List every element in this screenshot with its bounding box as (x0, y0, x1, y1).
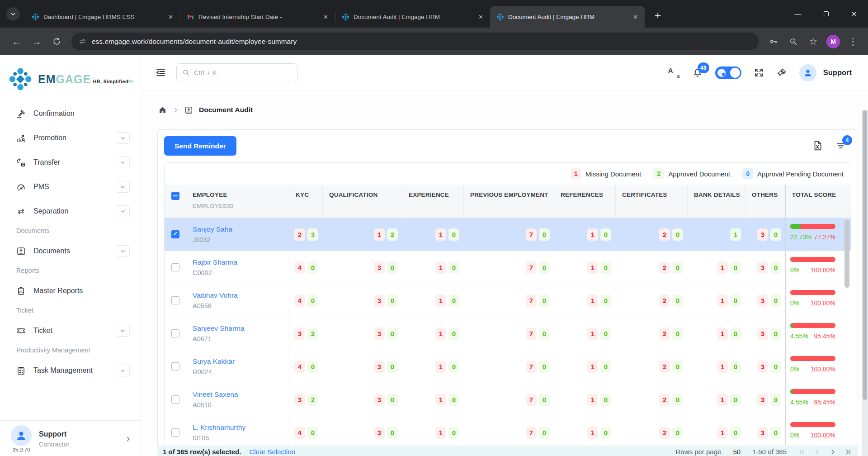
expand-chevron-button[interactable] (116, 205, 130, 217)
reload-button[interactable] (48, 33, 65, 50)
row-checkbox[interactable] (171, 362, 179, 370)
employee-name-link[interactable]: L. Krishnamurthy (193, 423, 289, 432)
restore-button[interactable] (812, 0, 840, 28)
chevron-right-icon[interactable] (125, 436, 132, 442)
sidebar-item-master-reports[interactable]: Master Reports (16, 282, 130, 299)
url-text[interactable]: ess.emgage.work/documents/document-audit… (92, 38, 297, 46)
missing-count-badge: 7 (526, 361, 537, 373)
prev-page-icon[interactable] (814, 448, 821, 456)
score-bar (790, 422, 835, 427)
browser-tab[interactable]: Document Audit | Emgage HRM✕ (335, 6, 490, 28)
fullscreen-icon[interactable] (754, 67, 764, 78)
filter-button[interactable]: 4 (835, 140, 847, 152)
expand-chevron-button[interactable] (116, 157, 130, 168)
employee-name-link[interactable]: Surya Kakkar (193, 357, 289, 366)
row-checkbox[interactable] (171, 296, 179, 304)
cell-certificates: 20 (615, 416, 687, 449)
cell-kyc: 32 (289, 383, 322, 416)
expand-chevron-button[interactable] (116, 181, 130, 193)
search-input[interactable] (194, 69, 292, 76)
row-checkbox[interactable] (171, 230, 179, 238)
table-row: Rajbir SharmaC000240301070102010300%100.… (165, 251, 851, 284)
score-missing-percent: 100.00% (811, 299, 835, 307)
window-scrollbar-thumb[interactable] (863, 110, 867, 400)
new-tab-button[interactable]: + (651, 9, 665, 22)
employee-name-link[interactable]: Vineet Saxena (193, 390, 289, 399)
rows-per-page-value[interactable]: 50 (733, 448, 741, 456)
card-toolbar: Send Reminder 4 (164, 136, 851, 162)
translate-icon[interactable]: Aa (668, 67, 680, 78)
sidebar-item-separation[interactable]: Separation (16, 203, 130, 220)
score-missing-percent: 100.00% (811, 266, 835, 274)
cell-experience: 10 (402, 350, 463, 383)
site-settings-icon[interactable] (79, 38, 86, 45)
close-button[interactable]: ✕ (840, 0, 868, 28)
expand-chevron-button[interactable] (116, 245, 130, 257)
tab-close-icon[interactable]: ✕ (476, 13, 486, 21)
global-search[interactable] (176, 63, 297, 82)
theme-toggle[interactable] (715, 66, 741, 79)
legend-count-badge: 0 (742, 168, 753, 179)
paint-brush-icon[interactable] (776, 67, 787, 78)
expand-chevron-button[interactable] (116, 365, 130, 376)
row-checkbox[interactable] (171, 263, 179, 271)
cell-kyc: 40 (289, 284, 322, 317)
approved-count-badge: 0 (730, 294, 741, 307)
notifications-button[interactable]: 48 (692, 67, 703, 78)
sidebar-section-label: Documents (16, 227, 130, 234)
minimize-button[interactable]: — (784, 0, 812, 28)
expand-chevron-button[interactable] (116, 325, 130, 337)
back-button[interactable]: ← (8, 33, 25, 50)
header-user-name[interactable]: Support (823, 68, 852, 77)
tab-close-icon[interactable]: ✕ (166, 13, 175, 21)
sidebar-item-task-management[interactable]: Task Management (16, 362, 130, 379)
tab-search-button[interactable] (6, 7, 20, 21)
password-key-icon[interactable] (765, 33, 782, 50)
table-scrollbar-thumb[interactable] (844, 220, 849, 288)
tab-close-icon[interactable]: ✕ (631, 13, 640, 21)
sidebar-item-documents[interactable]: Documents (16, 242, 130, 260)
table-row: Vineet SaxenaA051032301070102010304.55%9… (165, 383, 851, 416)
browser-tab[interactable]: Revised Internship Start Date - ✕ (180, 6, 335, 28)
employee-name-link[interactable]: Rajbir Sharma (193, 258, 289, 266)
app-header: Aa 48 Support (141, 55, 868, 90)
employee-name-link[interactable]: Sanjeev Sharma (193, 324, 289, 332)
sidebar-item-transfer[interactable]: Transfer (16, 154, 130, 171)
omnibox[interactable]: ess.emgage.work/documents/document-audit… (71, 33, 759, 50)
employee-cell: Rajbir SharmaC0002 (186, 251, 289, 284)
header-user-avatar[interactable] (799, 64, 816, 81)
sidebar-item-confirmation[interactable]: Confirmation (16, 105, 130, 122)
employee-name-link[interactable]: Vaibhav Vohra (193, 291, 289, 299)
row-checkbox[interactable] (171, 329, 179, 337)
approved-count-badge: 0 (539, 361, 550, 373)
window-scrollbar[interactable] (862, 110, 868, 456)
tab-close-icon[interactable]: ✕ (321, 13, 330, 21)
sidebar-item-promotion[interactable]: Promotion (16, 129, 130, 147)
browser-tab[interactable]: Dashboard | Emgage HRMS ESS✕ (25, 6, 180, 28)
sidebar-item-pms[interactable]: PMS (16, 178, 130, 195)
zoom-out-icon[interactable] (785, 33, 802, 50)
approved-count-badge: 0 (730, 427, 741, 439)
emgage-logo[interactable]: EMGAGE HR, Simplified!® (0, 55, 141, 94)
export-excel-icon[interactable] (811, 140, 823, 152)
employee-name-link[interactable]: Sanjoy Saha (193, 225, 289, 233)
browser-profile-avatar[interactable]: M (826, 35, 840, 48)
home-icon[interactable] (158, 106, 167, 114)
clear-selection-link[interactable]: Clear Selection (249, 448, 295, 456)
select-all-checkbox[interactable] (171, 192, 179, 200)
send-reminder-button[interactable]: Send Reminder (164, 136, 236, 156)
last-page-icon[interactable] (844, 448, 852, 456)
bookmark-star-icon[interactable]: ☆ (805, 33, 822, 50)
row-checkbox[interactable] (171, 428, 179, 437)
next-page-icon[interactable] (829, 448, 836, 456)
browser-menu-icon[interactable]: ⋮ (844, 33, 862, 50)
breadcrumb: Document Audit (141, 90, 868, 129)
sidebar-item-ticket[interactable]: Ticket (16, 322, 130, 339)
sidebar-user-card[interactable]: 25.D.70 Support Contractor (0, 420, 141, 456)
sidebar-collapse-icon[interactable] (155, 67, 166, 78)
expand-chevron-button[interactable] (116, 132, 130, 144)
row-checkbox[interactable] (171, 395, 179, 404)
forward-button[interactable]: → (28, 33, 45, 50)
first-page-icon[interactable] (798, 448, 806, 456)
browser-tab[interactable]: Document Audit | Emgage HRM✕ (490, 6, 645, 28)
